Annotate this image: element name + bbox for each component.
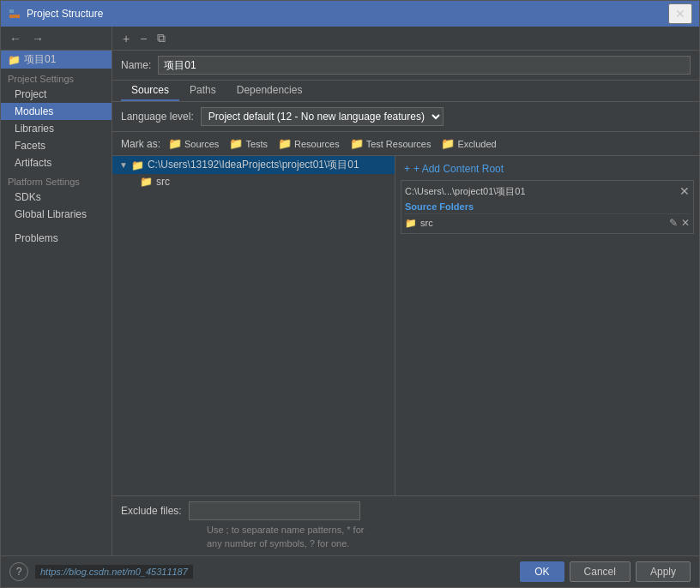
project-settings-label: Project Settings [1,69,112,86]
svg-rect-0 [9,9,14,13]
forward-button[interactable]: → [28,31,47,46]
tree-src-item[interactable]: 📁 src [112,174,395,189]
title-bar: Project Structure ✕ [1,1,699,27]
sidebar-item-problems[interactable]: Problems [1,230,112,247]
exclude-row: Exclude files: [121,501,691,520]
add-module-button[interactable]: + [119,30,133,47]
content-root-path: C:\Users\...\project01\项目01 [405,185,526,198]
tab-paths[interactable]: Paths [179,81,226,101]
tree-chevron-icon: ▼ [119,160,128,170]
mark-tests-button[interactable]: 📁 Tests [226,136,270,151]
cancel-button[interactable]: Cancel [570,561,631,582]
tab-sources[interactable]: Sources [121,81,179,101]
sidebar-item-sdks[interactable]: SDKs [1,189,112,206]
dialog-footer: ? https://blog.csdn.net/m0_45311187 OK C… [1,555,699,587]
apply-button[interactable]: Apply [636,561,691,582]
sidebar-item-libraries[interactable]: Libraries [1,120,112,137]
language-level-row: Language level: Project default (12 - No… [112,102,699,132]
svg-rect-1 [9,15,20,18]
name-input[interactable] [158,56,691,75]
help-button[interactable]: ? [9,562,28,581]
ok-button[interactable]: OK [520,561,564,582]
source-folder-separator [405,213,690,214]
tree-src-folder-icon: 📁 [140,176,153,188]
resources-label: Resources [294,139,340,149]
mark-as-label: Mark as: [121,138,160,150]
src-folder-icon: 📁 [405,218,417,229]
test-resources-folder-icon: 📁 [350,137,364,150]
split-pane: ▼ 📁 C:\Users\13192\IdeaProjects\project0… [112,156,699,495]
tree-root-item[interactable]: ▼ 📁 C:\Users\13192\IdeaProjects\project0… [112,156,395,174]
sidebar-item-artifacts[interactable]: Artifacts [1,154,112,171]
content-root-panel: + + Add Content Root C:\Users\...\projec… [395,156,699,495]
tab-dependencies[interactable]: Dependencies [226,81,313,101]
sources-folder-icon: 📁 [168,137,182,150]
main-content: ← → 📁 项目01 Project Settings Project Modu… [1,27,699,555]
copy-module-button[interactable]: ⧉ [154,29,169,47]
tree-src-label: src [156,176,170,188]
add-content-root-button[interactable]: + + Add Content Root [401,161,694,177]
tree-root-label: C:\Users\13192\IdeaProjects\project01\项目… [148,158,359,172]
close-button[interactable]: ✕ [668,3,692,24]
sidebar-item-project[interactable]: Project [1,86,112,103]
source-folders-title: Source Folders [405,201,690,212]
name-label: Name: [121,59,151,71]
mark-excluded-button[interactable]: 📁 Excluded [438,136,498,151]
resources-folder-icon: 📁 [278,137,292,150]
module-list-bar: + − ⧉ [112,27,699,51]
module-tree-item[interactable]: 📁 项目01 [1,51,112,69]
content-root-header: C:\Users\...\project01\项目01 ✕ [405,184,690,198]
bottom-section: Exclude files: Use ; to separate name pa… [112,495,699,555]
source-folder-actions: ✎ ✕ [669,217,690,229]
sidebar-item-modules[interactable]: Modules [1,103,112,120]
footer-left: ? https://blog.csdn.net/m0_45311187 [9,562,515,581]
language-level-select[interactable]: Project default (12 - No new language fe… [201,107,444,126]
remove-module-button[interactable]: − [136,30,150,47]
sidebar: ← → 📁 项目01 Project Settings Project Modu… [1,27,112,555]
back-button[interactable]: ← [6,31,25,46]
right-panel: + − ⧉ Name: Sources Paths Dependencies L… [112,27,699,555]
language-level-label: Language level: [121,111,194,123]
content-root-close-button[interactable]: ✕ [679,184,690,198]
source-folder-left: 📁 src [405,218,433,229]
exclude-files-label: Exclude files: [121,505,182,517]
mark-test-resources-button[interactable]: 📁 Test Resources [347,136,434,151]
src-folder-label: src [420,218,433,228]
tests-label: Tests [245,139,268,149]
tree-root-folder-icon: 📁 [131,159,144,171]
title-bar-left: Project Structure [8,7,103,21]
platform-settings-label: Platform Settings [1,171,112,189]
dialog-title: Project Structure [27,8,103,20]
tabs-bar: Sources Paths Dependencies [112,81,699,102]
content-root-item: C:\Users\...\project01\项目01 ✕ Source Fol… [401,180,694,234]
excluded-label: Excluded [457,139,496,149]
sidebar-item-facets[interactable]: Facets [1,137,112,154]
mark-as-row: Mark as: 📁 Sources 📁 Tests 📁 Resources 📁… [112,132,699,156]
exclude-hint: Use ; to separate name patterns, * for a… [121,524,691,550]
sidebar-toolbar: ← → [1,27,112,51]
module-name-label: 项目01 [24,52,56,67]
test-resources-label: Test Resources [366,139,431,149]
edit-source-folder-button[interactable]: ✎ [669,217,678,229]
tree-area: ▼ 📁 C:\Users\13192\IdeaProjects\project0… [112,156,395,495]
sidebar-item-global-libraries[interactable]: Global Libraries [1,206,112,223]
add-icon: + [404,163,410,175]
module-folder-icon: 📁 [8,54,21,66]
exclude-files-input[interactable] [189,501,360,520]
project-structure-dialog: Project Structure ✕ ← → 📁 项目01 Project S… [0,0,700,588]
mark-sources-button[interactable]: 📁 Sources [166,136,221,151]
name-row: Name: [112,51,699,81]
source-folder-item: 📁 src ✎ ✕ [405,216,690,230]
remove-source-folder-button[interactable]: ✕ [681,217,690,229]
tests-folder-icon: 📁 [229,137,243,150]
url-bar: https://blog.csdn.net/m0_45311187 [35,565,193,579]
add-content-root-label: + Add Content Root [413,163,504,175]
mark-resources-button[interactable]: 📁 Resources [275,136,342,151]
excluded-folder-icon: 📁 [441,137,455,150]
sources-label: Sources [184,139,219,149]
app-icon [8,7,21,21]
